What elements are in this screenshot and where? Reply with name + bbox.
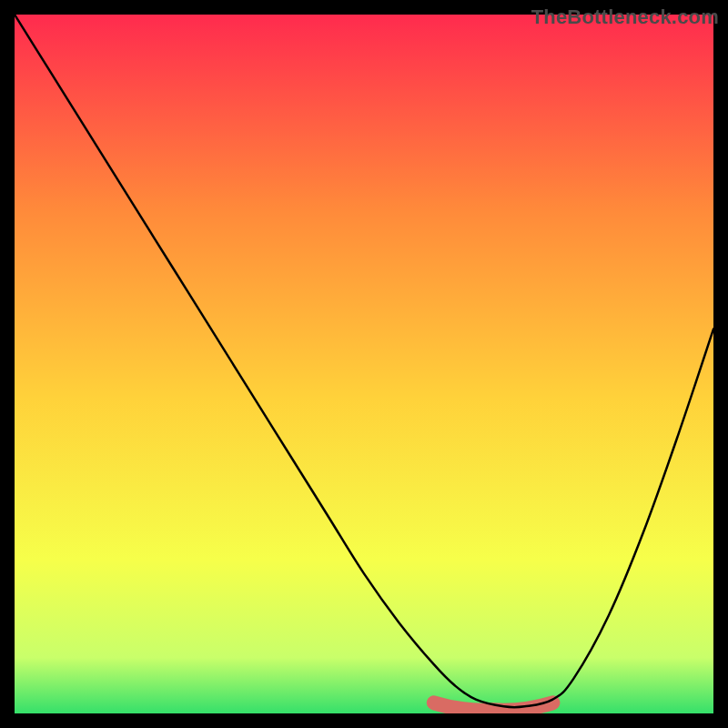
watermark-label: TheBottleneck.com [531,5,719,29]
chart-svg [15,15,713,713]
gradient-background [15,15,713,713]
chart-frame: TheBottleneck.com [0,0,728,728]
chart-plot [15,15,713,713]
